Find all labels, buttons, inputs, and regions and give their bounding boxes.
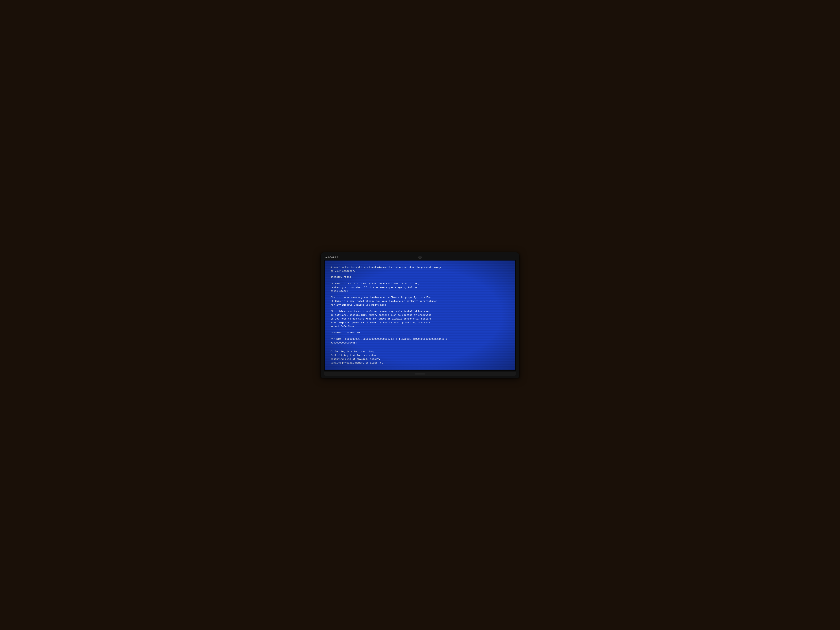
bsod-line-17: Collecting data for crash dump ... <box>330 350 510 354</box>
laptop-outer: NSPIRON A problem has been detected and … <box>321 253 519 377</box>
laptop-bottom <box>324 372 516 376</box>
bsod-spacer-7 <box>330 345 510 347</box>
webcam-icon <box>418 256 422 259</box>
bsod-spacer-5 <box>330 328 510 331</box>
bsod-line-19: Beginning dump of physical memory. <box>330 357 510 361</box>
bsod-line-13: select Safe Mode. <box>330 325 510 328</box>
bsod-line-16: x0000000000000465) <box>330 341 510 345</box>
bsod-line-2: to your computer. <box>330 269 510 273</box>
bsod-line-12: your computer, press F8 to select Advanc… <box>330 321 510 325</box>
bsod-screen: A problem has been detected and windows … <box>325 261 515 370</box>
bsod-line-10: or software. Disable BIOS memory options… <box>330 313 510 317</box>
bsod-line-5: these steps: <box>330 289 510 293</box>
bsod-line-4: restart your computer. If this screen ap… <box>330 286 510 290</box>
bsod-line-15: *** STOP: 0x00000051 (0x0000000000000001… <box>330 337 510 341</box>
bsod-line-14: Technical information: <box>330 331 510 335</box>
bsod-line-11: If you need to use Safe Mode to remove o… <box>330 317 510 321</box>
laptop-brand: NSPIRON <box>325 256 339 258</box>
bsod-line-20: Dumping physical memory to disk: 50 <box>330 361 510 365</box>
bsod-line-1: A problem has been detected and windows … <box>330 265 510 269</box>
laptop-hinge <box>415 373 425 374</box>
bsod-spacer-8 <box>330 347 510 350</box>
bsod-error-code: REGISTRY_ERROR <box>330 276 510 279</box>
bsod-line-8: for any Windows updates you might need. <box>330 303 510 307</box>
bsod-spacer-4 <box>330 307 510 309</box>
bsod-line-9: If problems continue, disable or remove … <box>330 309 510 313</box>
bsod-spacer-3 <box>330 293 510 296</box>
bsod-content: A problem has been detected and windows … <box>330 265 510 365</box>
bsod-line-7: If this is a new installation, ask your … <box>330 300 510 303</box>
bsod-line-3: If this is the first time you've seen th… <box>330 282 510 286</box>
bsod-spacer-1 <box>330 273 510 276</box>
bsod-spacer-6 <box>330 335 510 337</box>
bsod-line-6: Check to make sure any new hardware or s… <box>330 296 510 300</box>
screen-bezel: A problem has been detected and windows … <box>324 260 516 371</box>
bsod-spacer-2 <box>330 279 510 282</box>
bsod-line-18: Initializing disk for crash dump ... <box>330 354 510 357</box>
